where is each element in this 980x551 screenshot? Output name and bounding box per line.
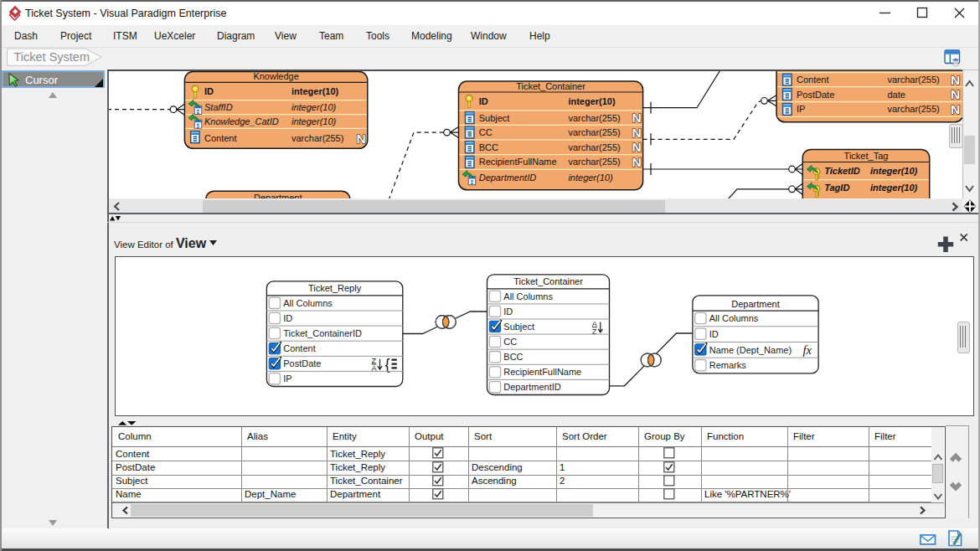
svg-text:Ticket_Tag: Ticket_Tag <box>844 151 889 161</box>
svg-text:{: { <box>385 356 390 373</box>
svg-text:PostDate: PostDate <box>797 90 834 100</box>
svg-text:DepartmentID: DepartmentID <box>479 173 537 183</box>
svg-text:varchar(255): varchar(255) <box>568 127 620 137</box>
svg-text:N: N <box>951 73 960 87</box>
svg-text:ID: ID <box>503 306 513 317</box>
svg-text:fx: fx <box>802 343 812 357</box>
svg-text:varchar(255): varchar(255) <box>887 104 939 114</box>
svg-text:integer(10): integer(10) <box>291 102 337 112</box>
svg-text:ID: ID <box>479 96 488 106</box>
svg-text:ID: ID <box>283 313 292 323</box>
svg-text:ID: ID <box>204 86 214 96</box>
svg-text:IP: IP <box>797 104 805 114</box>
svg-text:integer(10): integer(10) <box>870 183 918 193</box>
svg-text:ID: ID <box>709 329 719 339</box>
svg-text:BCC: BCC <box>479 142 498 152</box>
svg-text:Subject: Subject <box>479 113 510 123</box>
svg-text:N: N <box>356 131 365 146</box>
svg-text:varchar(255): varchar(255) <box>568 113 620 123</box>
svg-text:Department: Department <box>731 299 779 309</box>
svg-text:integer(10): integer(10) <box>568 173 613 183</box>
svg-text:Content: Content <box>283 343 316 353</box>
svg-text:Ticket_Container: Ticket_Container <box>516 81 585 91</box>
svg-text:N: N <box>632 126 641 140</box>
svg-text:varchar(255): varchar(255) <box>887 75 939 85</box>
svg-text:Ticket_Reply: Ticket_Reply <box>308 283 362 293</box>
svg-text:varchar(255): varchar(255) <box>568 142 620 152</box>
svg-text:All Columns: All Columns <box>709 313 759 323</box>
svg-text:integer(10): integer(10) <box>568 96 616 106</box>
svg-text:DepartmentID: DepartmentID <box>503 382 561 392</box>
svg-text:Content: Content <box>204 133 237 143</box>
svg-text:IP: IP <box>283 373 291 384</box>
svg-text:CC: CC <box>503 337 517 347</box>
svg-text:integer(10): integer(10) <box>291 116 337 126</box>
svg-text:varchar(255): varchar(255) <box>568 157 620 167</box>
svg-text:RecipientFullName: RecipientFullName <box>503 367 581 377</box>
svg-text:varchar(255): varchar(255) <box>291 133 343 143</box>
svg-text:Ticket_ContainerID: Ticket_ContainerID <box>283 328 362 338</box>
svg-text:N: N <box>632 111 641 125</box>
svg-text:Ticket_Container: Ticket_Container <box>513 276 583 286</box>
svg-text:Department: Department <box>254 193 302 198</box>
svg-text:N: N <box>951 102 960 116</box>
svg-text:RecipientFullName: RecipientFullName <box>479 157 557 167</box>
svg-text:CC: CC <box>479 127 493 137</box>
svg-text:TagID: TagID <box>824 183 849 193</box>
svg-text:Remarks: Remarks <box>709 360 747 370</box>
svg-text:TicketID: TicketID <box>824 166 860 176</box>
svg-text:integer(10): integer(10) <box>870 166 918 176</box>
svg-text:Knowledge: Knowledge <box>253 71 298 81</box>
svg-text:Name (Dept_Name): Name (Dept_Name) <box>709 345 792 355</box>
svg-text:Subject: Subject <box>503 322 534 332</box>
svg-text:Knowledge_CatID: Knowledge_CatID <box>204 116 279 126</box>
svg-text:StaffID: StaffID <box>204 102 233 112</box>
svg-text:date: date <box>887 90 905 100</box>
svg-text:All Columns: All Columns <box>283 298 333 308</box>
svg-text:N: N <box>632 155 641 169</box>
svg-text:integer(10): integer(10) <box>291 86 339 96</box>
svg-text:BCC: BCC <box>503 352 523 362</box>
svg-text:Content: Content <box>797 75 829 85</box>
svg-text:N: N <box>951 87 960 101</box>
svg-text:N: N <box>632 140 641 154</box>
svg-text:PostDate: PostDate <box>283 358 321 368</box>
svg-text:Ticket System: Ticket System <box>14 50 90 64</box>
svg-text:All Columns: All Columns <box>503 291 553 301</box>
